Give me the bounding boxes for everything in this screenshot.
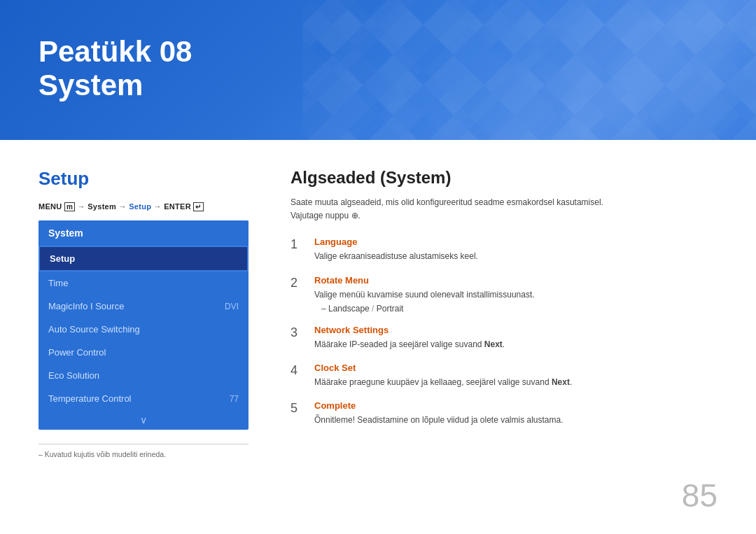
menu-item-label: Power Control — [48, 347, 106, 358]
page-number: 85 — [682, 477, 718, 514]
chevron-down-icon: ∨ — [140, 414, 147, 426]
section-title: Setup — [38, 168, 248, 190]
system-menu: System Setup Time MagicInfo I Source DVI… — [38, 220, 248, 430]
page-header: Peatükk 08 System — [0, 0, 756, 140]
right-panel: Algseaded (System) Saate muuta algseadei… — [290, 168, 718, 458]
step-heading: Complete — [314, 400, 564, 411]
step-content: Language Valige ekraaniseadistuse alusta… — [314, 237, 478, 263]
step-content: Network Settings Määrake IP-seaded ja se… — [314, 325, 505, 351]
menu-item-auto-source[interactable]: Auto Source Switching — [38, 318, 248, 341]
step-heading: Clock Set — [314, 363, 572, 373]
page-title: Peatükk 08 System — [38, 35, 192, 103]
step-3: 3 Network Settings Määrake IP-seaded ja … — [290, 325, 718, 351]
step-heading: Language — [314, 237, 478, 247]
right-title: Algseaded (System) — [290, 168, 718, 188]
menu-item-time[interactable]: Time — [38, 272, 248, 295]
menu-item-value: 77 — [230, 394, 239, 404]
step-number: 2 — [290, 275, 303, 290]
step-content: Rotate Menu Valige menüü kuvamise suund … — [314, 275, 535, 314]
menu-item-label: Eco Solution — [48, 370, 99, 381]
menu-item-label: Temperature Control — [48, 393, 132, 404]
menu-label: MENU m — [38, 202, 75, 211]
step-number: 4 — [290, 363, 303, 378]
menu-title: System — [38, 220, 248, 246]
step-heading: Rotate Menu — [314, 275, 535, 286]
step-content: Complete Õnnitleme! Seadistamine on lõpu… — [314, 400, 564, 427]
menu-item-label: Time — [48, 278, 68, 288]
enter-label: ENTER ↵ — [164, 202, 203, 211]
step-text: Õnnitleme! Seadistamine on lõpule viidud… — [314, 414, 564, 427]
step-heading: Network Settings — [314, 325, 505, 335]
step-2: 2 Rotate Menu Valige menüü kuvamise suun… — [290, 275, 718, 314]
menu-item-power-control[interactable]: Power Control — [38, 341, 248, 364]
step-number: 1 — [290, 237, 303, 252]
menu-item-magicinfo[interactable]: MagicInfo I Source DVI — [38, 295, 248, 318]
step-number: 5 — [290, 400, 303, 416]
menu-item-setup[interactable]: Setup — [38, 246, 248, 272]
svg-rect-5 — [302, 0, 756, 140]
left-panel: Setup MENU m → System → Setup → ENTER ↵ … — [38, 168, 248, 458]
step-text: Valige ekraaniseadistuse alustamiseks ke… — [314, 250, 478, 263]
step-text: Määrake IP-seaded ja seejärel valige suv… — [314, 338, 505, 351]
menu-item-label: Setup — [50, 253, 75, 264]
menu-item-label: Auto Source Switching — [48, 324, 140, 335]
step-4: 4 Clock Set Määrake praegune kuupäev ja … — [290, 363, 718, 389]
breadcrumb: MENU m → System → Setup → ENTER ↵ — [38, 202, 248, 211]
right-description: Saate muuta algseadeid, mis olid konfigu… — [290, 196, 718, 223]
menu-scroll-down[interactable]: ∨ — [38, 410, 248, 430]
system-label: System — [88, 202, 116, 211]
menu-item-value: DVI — [225, 302, 239, 311]
menu-item-temperature[interactable]: Temperature Control 77 — [38, 387, 248, 410]
step-number: 3 — [290, 325, 303, 340]
step-content: Clock Set Määrake praegune kuupäev ja ke… — [314, 363, 572, 389]
step-5: 5 Complete Õnnitleme! Seadistamine on lõ… — [290, 400, 718, 427]
steps-list: 1 Language Valige ekraaniseadistuse alus… — [290, 237, 718, 427]
step-sub: Landscape / Portrait — [314, 304, 535, 314]
step-text: Valige menüü kuvamise suund olenevalt in… — [314, 288, 535, 302]
menu-item-label: MagicInfo I Source — [48, 301, 124, 311]
setup-label: Setup — [129, 202, 151, 211]
menu-item-eco-solution[interactable]: Eco Solution — [38, 364, 248, 387]
note: – Kuvatud kujutis võib mudeliti erineda. — [38, 444, 248, 458]
step-text: Määrake praegune kuupäev ja kellaaeg, se… — [314, 376, 572, 389]
step-1: 1 Language Valige ekraaniseadistuse alus… — [290, 237, 718, 263]
